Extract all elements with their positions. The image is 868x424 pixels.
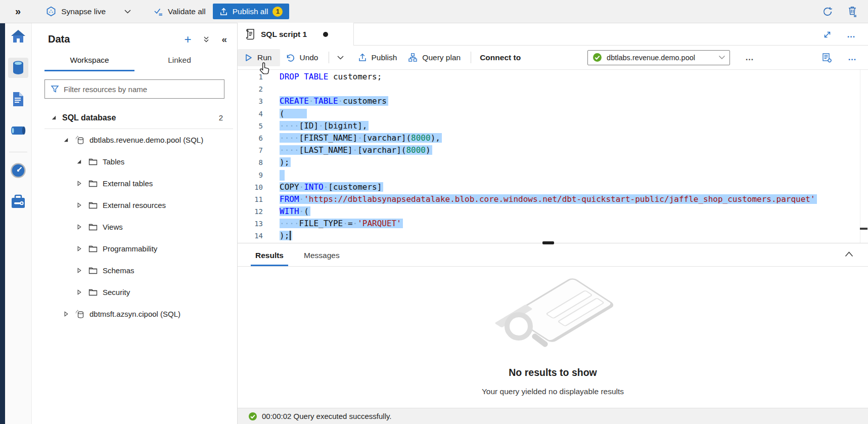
nav-data-icon[interactable] (8, 58, 28, 78)
add-resource-icon[interactable]: + (184, 34, 191, 45)
filter-funnel-icon (51, 85, 59, 93)
code-line[interactable]: 11FROM·'https://dbtlabsynapsedatalake.bl… (238, 193, 868, 205)
left-nav-rail (5, 23, 32, 424)
line-number: 14 (238, 230, 263, 242)
chevron-down-icon[interactable] (124, 9, 131, 14)
code-line[interactable]: 7····[LAST_NAME]·[varchar](8000) (238, 144, 868, 156)
collapsed-triangle-icon[interactable] (76, 289, 82, 295)
nav-manage-icon[interactable] (8, 192, 28, 212)
editor-tabstrip: SQL script 1 … (238, 23, 868, 46)
tab-linked[interactable]: Linked (134, 51, 224, 71)
refresh-icon[interactable] (822, 6, 833, 17)
publish-all-label: Publish all (233, 7, 268, 16)
code-line[interactable]: 9 (238, 169, 868, 181)
collapsed-triangle-icon[interactable] (76, 180, 82, 187)
nav-integrate-icon[interactable] (8, 120, 28, 141)
expanded-triangle-icon[interactable] (63, 137, 69, 143)
run-play-icon (244, 53, 253, 62)
tree-item-label: Views (103, 223, 123, 231)
tree-item-label: SQL database (62, 113, 116, 122)
tab-sql-script-1[interactable]: SQL script 1 (238, 23, 354, 46)
no-results-illustration (487, 274, 619, 359)
expand-panel-icon[interactable]: » (15, 6, 21, 17)
expand-editor-icon[interactable] (823, 30, 832, 39)
tree-item-label: External resources (103, 201, 166, 209)
collapsed-triangle-icon[interactable] (76, 245, 82, 252)
toolbar-separator (329, 52, 329, 63)
pool-name: dbtlabs.revenue.demo.pool (607, 54, 714, 62)
tab-messages[interactable]: Messages (299, 248, 344, 266)
code-line[interactable]: 1DROP TABLE customers; (238, 71, 868, 83)
code-line[interactable]: 8); (238, 156, 868, 168)
tab-workspace[interactable]: Workspace (44, 51, 134, 71)
nav-develop-icon[interactable] (8, 89, 28, 109)
collapse-results-chevron-icon[interactable] (844, 251, 854, 258)
tree-item-label: External tables (103, 179, 153, 188)
undo-icon (286, 53, 295, 62)
connect-pool-dropdown[interactable]: dbtlabs.revenue.demo.pool (587, 50, 730, 65)
tree-item-label: Tables (103, 157, 124, 166)
tree-item-external-tables[interactable]: External tables (44, 173, 237, 194)
toolbar-more-icon[interactable]: … (848, 55, 857, 60)
filter-box (44, 79, 224, 99)
tree-item-tables[interactable]: Tables (44, 151, 237, 173)
tab-more-icon[interactable]: … (847, 32, 856, 37)
code-line[interactable]: 6····[FIRST_NAME]·[varchar](8000), (238, 132, 868, 144)
rail-divider (9, 152, 27, 152)
undo-dropdown-chevron-icon[interactable] (337, 55, 344, 60)
collapsed-triangle-icon[interactable] (76, 202, 82, 208)
folder-icon (88, 266, 98, 276)
pool-chevron-down-icon (718, 55, 725, 60)
folder-icon (88, 179, 98, 189)
tree-item-sql-database[interactable]: SQL database2 (44, 107, 237, 129)
code-line[interactable]: 12WITH·( (238, 205, 868, 218)
collapse-panel-icon[interactable]: « (221, 34, 227, 45)
tree-item-views[interactable]: Views (44, 216, 237, 238)
line-number: 13 (238, 218, 263, 230)
mouse-hand-cursor (259, 62, 271, 76)
query-plan-button[interactable]: Query plan (402, 49, 466, 66)
code-line[interactable]: 14); (238, 230, 868, 242)
validate-all-button[interactable]: Validate all (154, 7, 206, 16)
window-edge-strip (0, 23, 5, 424)
collapsed-triangle-icon[interactable] (76, 224, 82, 230)
discard-trash-icon[interactable] (847, 6, 858, 17)
tree-item-label: Programmability (103, 244, 157, 253)
top-command-bar: » Synapse live Validate all Publish all … (0, 0, 868, 23)
tree-item-schemas[interactable]: Schemas (44, 260, 237, 281)
mode-switcher[interactable]: Synapse live (46, 6, 131, 17)
code-lines: 1DROP TABLE customers;23CREATE·TABLE·cus… (238, 71, 868, 242)
expanded-triangle-icon[interactable] (76, 158, 82, 165)
tree-item-external-resources[interactable]: External resources (44, 194, 237, 216)
sql-pool-icon (75, 309, 85, 319)
tree-item-programmability[interactable]: Programmability (44, 238, 237, 260)
collapse-all-icon[interactable] (202, 35, 210, 44)
publish-button[interactable]: Publish (352, 49, 403, 66)
code-line[interactable]: 10COPY·INTO·[customers] (238, 181, 868, 193)
collapsed-triangle-icon[interactable] (63, 311, 69, 317)
script-properties-icon[interactable] (821, 52, 833, 63)
filter-input[interactable] (64, 85, 218, 94)
tree-item-dbtmsft-azsyn-cipool-sql[interactable]: dbtmsft.azsyn.cipool (SQL) (44, 303, 237, 325)
tree-item-security[interactable]: Security (44, 281, 237, 303)
code-line[interactable]: 2 (238, 83, 868, 95)
expanded-triangle-icon[interactable] (51, 114, 57, 121)
nav-home-icon[interactable] (8, 26, 28, 47)
results-splitter-handle[interactable] (542, 241, 554, 244)
code-line[interactable]: 13····FILE_TYPE·=·'PARQUET' (238, 218, 868, 230)
nav-monitor-icon[interactable] (8, 160, 28, 181)
undo-button[interactable]: Undo (280, 49, 324, 66)
code-line[interactable]: 5····[ID]·[bigint], (238, 120, 868, 132)
code-line[interactable]: 4( (238, 108, 868, 120)
tab-results[interactable]: Results (251, 248, 288, 266)
sql-code-editor[interactable]: 1DROP TABLE customers;23CREATE·TABLE·cus… (238, 70, 868, 243)
connect-more-icon[interactable]: … (745, 55, 754, 60)
tree-item-dbtlabs-revenue-demo-pool-sql[interactable]: dbtlabs.revenue.demo.pool (SQL) (44, 129, 237, 151)
editor-scrollbar-thumb[interactable] (860, 228, 867, 230)
line-number: 3 (238, 95, 263, 107)
connect-to-label: Connect to (480, 53, 521, 62)
publish-all-button[interactable]: Publish all 1 (213, 4, 290, 19)
validate-check-icon (154, 7, 163, 16)
collapsed-triangle-icon[interactable] (76, 267, 82, 274)
code-line[interactable]: 3CREATE·TABLE·customers (238, 95, 868, 107)
